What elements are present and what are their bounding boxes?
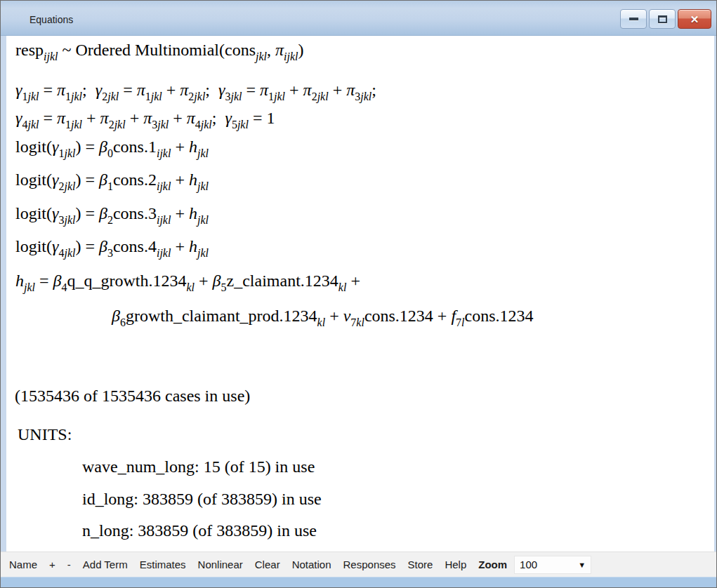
zoom-combobox[interactable]: 100 ▼ [514,556,591,574]
dropdown-arrow-icon: ▼ [578,561,586,569]
toolbar-button-plus[interactable]: + [49,559,55,570]
eq-gamma-cumulative-2[interactable]: γ4jkl = π1jkl + π2jkl + π3jkl + π4jkl; γ… [15,109,275,128]
maximize-button[interactable] [649,9,676,29]
equations-window: Equations ✕ respijkl ~ Ordered Multinomi… [0,0,717,588]
zoom-label: Zoom [478,559,507,570]
minimize-icon [629,18,638,20]
window-title: Equations [29,14,73,25]
close-icon: ✕ [690,14,699,25]
toolbar-button-help[interactable]: Help [445,559,466,570]
window-controls: ✕ [620,9,711,29]
cases-in-use-line: (1535436 of 1535436 cases in use) [15,387,250,406]
eq-logit-2[interactable]: logit(γ2jkl) = β1cons.2ijkl + hjkl [15,171,209,190]
unit-n-long: n_long: 383859 (of 383859) in use [82,521,317,541]
unit-wave-num-long: wave_num_long: 15 (of 15) in use [82,457,315,477]
toolbar-button-notation[interactable]: Notation [292,559,331,570]
toolbar-button-add-term[interactable]: Add Term [83,559,128,570]
eq-h-term[interactable]: hjkl = β4q_q_growth.1234kl + β5z_claiman… [15,272,364,291]
eq-logit-4[interactable]: logit(γ4jkl) = β3cons.4ijkl + hjkl [15,237,209,257]
eq-response-distribution[interactable]: respijkl ~ Ordered Multinomial(consjkl, … [15,41,303,60]
unit-id-long: id_long: 383859 (of 383859) in use [82,490,322,509]
zoom-value: 100 [520,559,537,570]
eq-gamma-cumulative-1[interactable]: γ1jkl = π1jkl; γ2jkl = π1jkl + π2jkl; γ3… [15,81,376,100]
maximize-icon [658,15,667,23]
toolbar-button-minus[interactable]: - [67,559,71,570]
toolbar: Name + - Add Term Estimates Nonlinear Cl… [1,552,716,577]
toolbar-button-store[interactable]: Store [408,559,433,570]
minimize-button[interactable] [620,9,647,29]
eq-h-term-continuation[interactable]: β6growth_claimant_prod.1234kl + v7klcons… [112,307,534,326]
close-button[interactable]: ✕ [678,9,711,29]
eq-logit-3[interactable]: logit(γ3jkl) = β2cons.3ijkl + hjkl [15,204,209,224]
title-bar[interactable]: Equations ✕ [1,1,716,36]
toolbar-button-name[interactable]: Name [9,559,37,570]
eq-logit-1[interactable]: logit(γ1jkl) = β0cons.1ijkl + hjkl [15,138,209,157]
window-bottom-edge [1,577,716,588]
equations-pane: respijkl ~ Ordered Multinomial(consjkl, … [1,36,716,552]
toolbar-button-responses[interactable]: Responses [343,559,396,570]
toolbar-button-clear[interactable]: Clear [255,559,280,570]
units-heading: UNITS: [18,425,72,445]
toolbar-button-nonlinear[interactable]: Nonlinear [198,559,243,570]
toolbar-button-estimates[interactable]: Estimates [140,559,186,570]
